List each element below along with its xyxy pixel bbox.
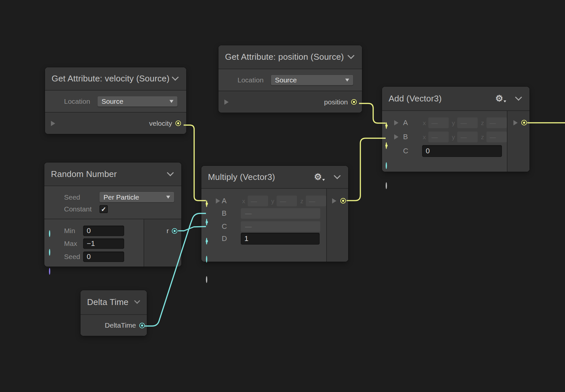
node-title: Get Attribute: velocity (Source): [52, 74, 170, 84]
expand-triangle-icon[interactable]: [51, 121, 55, 126]
constant-label: Constant: [64, 205, 92, 213]
input-label: C: [222, 222, 227, 231]
port-in-a[interactable]: [386, 122, 387, 129]
node-add-vector3[interactable]: Add (Vector3) ⚙ A x— y— z—: [382, 87, 530, 172]
gear-icon[interactable]: ⚙: [314, 173, 325, 182]
axis-z-field: —: [486, 118, 507, 128]
value-field-max[interactable]: −1: [83, 238, 124, 249]
node-get-attribute-velocity[interactable]: Get Attribute: velocity (Source) Locatio…: [45, 67, 186, 134]
port-in-b[interactable]: [206, 219, 207, 226]
value-field-min[interactable]: 0: [83, 226, 124, 236]
port-out-position[interactable]: [351, 99, 357, 105]
value-field-c[interactable]: 0: [422, 145, 502, 157]
gear-caret-icon: [322, 179, 325, 181]
chevron-down-icon[interactable]: [515, 94, 522, 100]
node-body: A x— y— z— B x— y— z—: [382, 111, 530, 172]
axis-z-field: —: [306, 196, 326, 207]
ghost-field-c: —: [241, 221, 320, 232]
port-out-r[interactable]: [172, 228, 177, 234]
input-label: Min: [64, 227, 75, 235]
node-header[interactable]: Add (Vector3) ⚙: [382, 87, 530, 111]
location-dropdown[interactable]: Source: [98, 96, 177, 106]
location-row: Location Source: [218, 69, 362, 91]
node-header[interactable]: Get Attribute: position (Source): [218, 45, 362, 69]
axis-y-label: y: [271, 197, 275, 205]
chevron-down-icon[interactable]: [134, 298, 140, 304]
expand-triangle-icon[interactable]: [394, 120, 398, 125]
chevron-down-icon[interactable]: [334, 172, 341, 179]
output-row: DeltaTime: [80, 315, 147, 336]
port-out-velocity[interactable]: [175, 120, 181, 126]
port-in-max[interactable]: [49, 249, 50, 256]
port-out-result[interactable]: [521, 120, 527, 125]
gear-icon[interactable]: ⚙: [495, 94, 506, 103]
node-title: Add (Vector3): [389, 94, 442, 104]
value-field-seed[interactable]: 0: [83, 251, 124, 262]
port-in-b[interactable]: [386, 142, 387, 149]
settings-section: Seed Per Particle Constant ✓: [44, 186, 181, 219]
expand-triangle-icon[interactable]: [394, 134, 398, 140]
graph-canvas[interactable]: Get Attribute: velocity (Source) Locatio…: [0, 0, 565, 392]
expand-triangle-icon[interactable]: [332, 198, 336, 204]
node-header[interactable]: Multiply (Vector3) ⚙: [201, 166, 348, 189]
port-activation[interactable]: [206, 276, 207, 283]
chevron-down-icon[interactable]: [167, 169, 174, 176]
dropdown-value: Source: [102, 98, 124, 105]
ports-section: Min 0 Max −1 Seed 0: [44, 219, 181, 267]
input-label: B: [222, 209, 227, 218]
node-get-attribute-position[interactable]: Get Attribute: position (Source) Locatio…: [218, 45, 362, 113]
vector3-ghost-fields: x— y— z—: [423, 132, 507, 142]
output-column: r: [144, 219, 181, 267]
port-in-seed[interactable]: [49, 268, 50, 275]
node-header[interactable]: Get Attribute: velocity (Source): [45, 67, 186, 91]
axis-y-field: —: [277, 196, 297, 207]
input-label: D: [222, 234, 227, 243]
node-body: A x— y— z— B — C —: [201, 189, 348, 262]
output-column: [507, 111, 530, 172]
axis-y-field: —: [457, 118, 478, 128]
port-in-d[interactable]: [206, 256, 207, 263]
port-in-c[interactable]: [386, 162, 387, 169]
input-label: Max: [64, 240, 77, 248]
output-label: velocity: [149, 120, 172, 127]
axis-x-field: —: [428, 118, 449, 128]
input-label: C: [403, 147, 408, 155]
expand-triangle-icon[interactable]: [216, 198, 220, 204]
axis-z-label: z: [481, 133, 484, 141]
check-icon: ✓: [101, 206, 106, 213]
node-title: Delta Time: [87, 297, 128, 307]
input-label: Seed: [64, 253, 80, 261]
output-label: r: [167, 227, 169, 235]
node-delta-time[interactable]: Delta Time DeltaTime: [80, 290, 147, 336]
edge-position-to-add-a[interactable]: [359, 103, 386, 123]
port-out-result[interactable]: [340, 198, 346, 204]
node-title: Multiply (Vector3): [208, 172, 275, 182]
port-in-c[interactable]: [206, 238, 207, 245]
port-in-min[interactable]: [49, 230, 50, 237]
output-row: velocity: [45, 113, 186, 134]
axis-x-label: x: [242, 197, 245, 205]
constant-checkbox[interactable]: ✓: [100, 205, 108, 213]
edge-multiply-out-to-add-b[interactable]: [347, 138, 386, 201]
axis-x-label: x: [423, 133, 426, 141]
port-out-deltatime[interactable]: [139, 323, 145, 328]
node-multiply-vector3[interactable]: Multiply (Vector3) ⚙ A x— y— z—: [201, 166, 348, 262]
expand-triangle-icon[interactable]: [224, 99, 229, 105]
node-header[interactable]: Delta Time: [80, 290, 147, 315]
expand-triangle-icon[interactable]: [513, 120, 518, 125]
node-random-number[interactable]: Random Number Seed Per Particle Constant…: [44, 163, 181, 267]
output-label: DeltaTime: [105, 321, 136, 329]
dropdown-value: Per Particle: [103, 193, 139, 201]
location-dropdown[interactable]: Source: [271, 75, 353, 85]
axis-x-field: —: [428, 132, 449, 142]
input-label: A: [403, 119, 408, 127]
chevron-down-icon[interactable]: [348, 52, 354, 59]
chevron-down-icon[interactable]: [172, 74, 179, 81]
port-activation[interactable]: [386, 182, 387, 189]
axis-y-label: y: [452, 133, 455, 141]
value-field-d[interactable]: 1: [241, 233, 320, 245]
node-header[interactable]: Random Number: [44, 163, 181, 186]
seed-mode-dropdown[interactable]: Per Particle: [100, 192, 174, 202]
port-in-a[interactable]: [206, 200, 207, 207]
input-label: A: [222, 197, 227, 205]
